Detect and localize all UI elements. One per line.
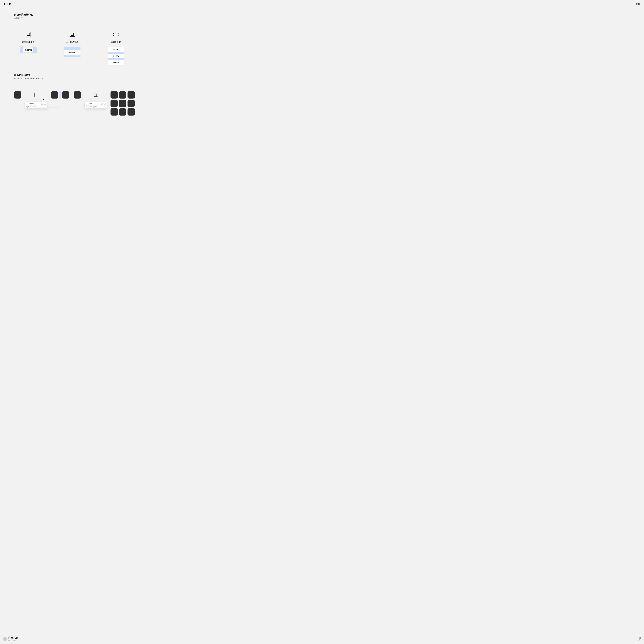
- horizontal-padding-icon: [25, 31, 32, 38]
- vertical-step: Vertical ⌵ ↔ ⇥ 0 0 24: [86, 91, 105, 108]
- pad-v-value[interactable]: 0: [91, 106, 92, 108]
- pad-h-value[interactable]: 0: [88, 106, 88, 108]
- section-subtitle: 自动布局可互相嵌套实现更丰富的自由组件: [14, 78, 640, 80]
- square-block: [119, 91, 126, 99]
- time-chip: 3:44PM: [108, 47, 124, 52]
- square-block: [128, 91, 135, 99]
- footer: 自动布局 Auto Layout: [3, 636, 641, 641]
- three-values-row: 左右自动布局 3:44PM 上下自动布局 3:44PM: [14, 31, 640, 65]
- section-heading-1: 自动布局的三个值 基础值的作用: [14, 13, 640, 19]
- dashed-connector: [36, 101, 60, 108]
- col-title: 元素间间隙: [111, 41, 121, 43]
- nesting-row: Horizontal ⌵ ↕ I 0 0 24: [14, 91, 640, 116]
- direction-icon: [26, 103, 28, 104]
- gap-icon: [93, 106, 95, 108]
- time-chip: 3:44PM: [64, 50, 81, 55]
- section-heading-2: 自动布局的嵌套 自动布局可互相嵌套实现更丰富的自由组件: [14, 74, 640, 80]
- section-subtitle: 基础值的作用: [14, 17, 640, 19]
- padding-top-swatch: [64, 47, 81, 50]
- direction-icon: [86, 103, 87, 104]
- item-spacing-icon: [112, 31, 120, 38]
- square-block: [62, 91, 69, 99]
- vertical-padding-icon: [93, 92, 98, 97]
- horizontal-padding-icon: [34, 92, 39, 97]
- demo-vertical: 3:44PM: [64, 47, 81, 57]
- demo-gap: 3:44PM 3:44PM 3:44PM: [108, 47, 124, 65]
- demo-horizontal: 3:44PM: [20, 47, 37, 53]
- window-traffic-lights: [4, 3, 11, 5]
- footer-title: 自动布局: [8, 636, 19, 640]
- pad-h-value[interactable]: 0: [28, 106, 29, 108]
- hug-width-button[interactable]: ⇥: [104, 103, 106, 105]
- square-block: [14, 91, 21, 99]
- col-horizontal: 左右自动布局 3:44PM: [14, 31, 43, 53]
- traffic-light-drop-icon: [9, 3, 11, 5]
- col-gap: 元素间间隙 3:44PM 3:44PM 3:44PM: [102, 31, 130, 65]
- footer-subtitle: Auto Layout: [8, 640, 19, 641]
- figma-logo-icon: [638, 637, 641, 641]
- gap-icon: [34, 106, 35, 108]
- square-block: [119, 100, 126, 107]
- row-of-three: [51, 91, 81, 99]
- gap-swatch: [108, 58, 124, 60]
- square-block: [74, 91, 81, 99]
- square-block: [111, 91, 118, 99]
- square-block: [128, 108, 135, 116]
- gap-value[interactable]: 24: [95, 106, 97, 108]
- col-title: 左右自动布局: [22, 41, 35, 43]
- pad-v-icon: [90, 106, 91, 108]
- time-chip: 3:44PM: [108, 60, 124, 65]
- time-chip: 3:44PM: [23, 48, 33, 52]
- col-vertical: 上下自动布局 3:44PM: [58, 31, 86, 57]
- padding-left-swatch: [20, 47, 23, 53]
- direction-label: Vertical: [88, 103, 92, 104]
- traffic-light-dot: [6, 3, 8, 5]
- section-title: 自动布局的嵌套: [14, 74, 640, 77]
- pad-h-icon: [86, 106, 87, 108]
- square-block: [51, 91, 58, 99]
- pad-v-value[interactable]: 0: [32, 106, 33, 108]
- brand-label: Figma: [634, 3, 640, 5]
- gap-swatch: [60, 91, 61, 99]
- col-title: 上下自动布局: [66, 41, 78, 43]
- square-block: [111, 100, 118, 107]
- gap-swatch: [108, 52, 124, 54]
- padding-bottom-swatch: [64, 55, 81, 57]
- square-block: [119, 108, 126, 116]
- footer-drop-icon: [3, 636, 8, 641]
- section-title: 自动布局的三个值: [14, 13, 640, 16]
- traffic-light-dot: [4, 3, 5, 5]
- direction-label: Horizontal: [29, 103, 34, 104]
- padding-right-swatch: [33, 47, 37, 53]
- three-by-three-grid: [111, 91, 135, 116]
- vertical-padding-icon: [69, 31, 76, 38]
- square-block: [128, 100, 135, 107]
- square-block: [111, 108, 118, 116]
- autolayout-panel-vertical: Vertical ⌵ ↔ ⇥ 0 0 24: [85, 102, 107, 108]
- chevron-down-icon[interactable]: ⌵: [93, 103, 94, 104]
- window-titlebar: Figma: [4, 3, 640, 5]
- pad-h-icon: [26, 106, 28, 108]
- pad-v-icon: [30, 106, 31, 108]
- time-chip: 3:44PM: [108, 54, 124, 58]
- resize-width-button[interactable]: ↔: [101, 103, 103, 105]
